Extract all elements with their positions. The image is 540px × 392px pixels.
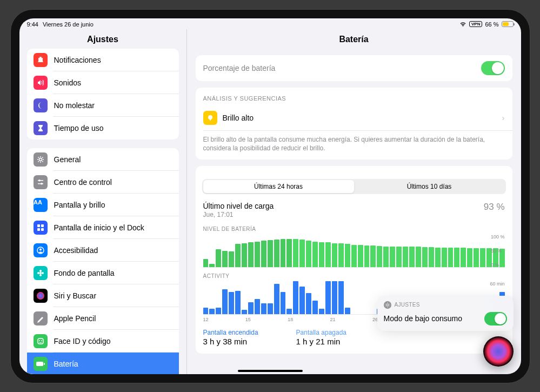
svg-point-15	[39, 274, 42, 276]
screen-on-label: Pantalla encendida	[203, 329, 258, 336]
AA-icon: AA	[34, 198, 48, 212]
sidebar-item-batería[interactable]: Batería	[27, 353, 179, 374]
bell-icon	[34, 53, 48, 67]
person-icon	[34, 243, 48, 257]
high-brightness-row[interactable]: Brillo alto ›	[196, 105, 512, 131]
status-time: 9:44	[27, 21, 38, 28]
flower-icon	[34, 266, 48, 280]
siri-suggestion-card[interactable]: AJUSTES Modo de bajo consumo	[377, 296, 514, 331]
tab-24h[interactable]: Últimas 24 horas	[203, 180, 354, 193]
status-date: Viernes 26 de junio	[43, 21, 94, 28]
wifi-icon	[459, 22, 466, 27]
sidebar-item-face-id-y-código[interactable]: Face ID y código	[27, 330, 179, 353]
sidebar-item-no-molestar[interactable]: No molestar	[27, 94, 179, 117]
sidebar-item-label: Sonidos	[54, 78, 172, 87]
battery-percentage-label: Porcentaje de batería	[203, 64, 476, 72]
svg-rect-8	[41, 224, 44, 227]
sidebar-item-label: Apple Pencil	[54, 314, 172, 323]
svg-point-16	[37, 272, 39, 274]
sidebar-item-siri-y-buscar[interactable]: Siri y Buscar	[27, 284, 179, 307]
svg-point-14	[39, 270, 42, 272]
sidebar-item-pantalla-y-brillo[interactable]: AAPantalla y brillo	[27, 194, 179, 216]
battery-level-chart: 100 % 50 % 0 %	[196, 234, 512, 268]
siri-icon	[34, 289, 48, 303]
moon-icon	[34, 98, 48, 112]
sidebar-item-tiempo-de-uso[interactable]: Tiempo de uso	[27, 117, 179, 139]
screen-off-label: Pantalla apagada	[296, 329, 346, 336]
low-power-mode-toggle[interactable]	[484, 312, 507, 325]
speaker-icon	[34, 76, 48, 90]
svg-point-18	[37, 292, 44, 300]
x-axis-tick: 12	[203, 317, 209, 322]
battery-percentage-toggle[interactable]	[481, 61, 505, 75]
sidebar-item-label: Notificaciones	[54, 56, 172, 64]
screen-on-value: 3 h y 38 min	[203, 337, 258, 346]
chevron-right-icon: ›	[502, 113, 505, 122]
sidebar-item-general[interactable]: General	[27, 148, 179, 171]
sidebar-item-label: Face ID y código	[54, 337, 172, 346]
svg-point-21	[41, 340, 42, 341]
sidebar-item-centro-de-control[interactable]: Centro de control	[27, 171, 179, 194]
svg-point-13	[39, 272, 42, 274]
sidebar-item-fondo-de-pantalla[interactable]: Fondo de pantalla	[27, 262, 179, 284]
face-icon	[34, 334, 48, 348]
svg-point-24	[208, 115, 212, 119]
battery-percentage-row[interactable]: Porcentaje de batería	[196, 55, 512, 81]
low-power-mode-label: Modo de bajo consumo	[384, 314, 463, 323]
sidebar-item-apple-pencil[interactable]: Apple Pencil	[27, 307, 179, 330]
svg-point-20	[39, 340, 40, 341]
gear-icon	[384, 301, 391, 309]
x-axis-tick: 15	[245, 317, 251, 322]
sidebar-item-notificaciones[interactable]: Notificaciones	[27, 49, 179, 71]
time-range-segmented-control[interactable]: Últimas 24 horas Últimos 10 días	[202, 179, 506, 194]
high-brightness-label: Brillo alto	[223, 114, 497, 122]
sidebar-item-label: Accesibilidad	[54, 246, 172, 255]
svg-point-5	[41, 182, 43, 184]
sidebar-item-sonidos[interactable]: Sonidos	[27, 71, 179, 94]
sidebar-item-pantalla-de-inicio-y-el-dock[interactable]: Pantalla de inicio y el Dock	[27, 216, 179, 239]
hourglass-icon	[34, 121, 48, 135]
svg-rect-0	[39, 57, 42, 58]
sidebar-item-label: General	[54, 155, 172, 164]
svg-rect-10	[41, 228, 44, 231]
vpn-badge: VPN	[469, 21, 482, 27]
x-axis-tick: 18	[288, 317, 293, 322]
sliders-icon	[34, 175, 48, 189]
svg-rect-7	[37, 224, 40, 227]
activity-title: ACTIVITY	[196, 268, 512, 281]
grid-icon	[34, 221, 48, 235]
battery-icon	[34, 357, 48, 371]
sidebar-item-label: Pantalla y brillo	[54, 201, 172, 209]
sidebar-item-label: Tiempo de uso	[54, 124, 172, 132]
sidebar-item-label: Siri y Buscar	[54, 291, 172, 300]
svg-text:AA: AA	[34, 199, 42, 205]
sidebar-item-label: No molestar	[54, 101, 172, 110]
sidebar-item-accesibilidad[interactable]: Accesibilidad	[27, 239, 179, 262]
svg-point-4	[38, 179, 41, 181]
bulb-icon	[203, 111, 217, 125]
last-charge-time: Jue, 17:01	[203, 211, 274, 218]
svg-rect-19	[38, 338, 43, 344]
battery-icon	[502, 21, 514, 27]
siri-orb[interactable]	[483, 336, 514, 367]
sidebar-item-label: Pantalla de inicio y el Dock	[54, 223, 172, 232]
last-charge-pct: 93 %	[484, 202, 505, 212]
svg-point-1	[39, 158, 42, 161]
gear-icon	[34, 152, 48, 167]
pencil-icon	[34, 311, 48, 325]
sidebar-item-label: Fondo de pantalla	[54, 269, 172, 277]
status-bar: 9:44 Viernes 26 de junio VPN 66 %	[19, 18, 521, 29]
svg-point-26	[386, 304, 389, 306]
siri-card-header: AJUSTES	[395, 302, 420, 308]
high-brightness-desc: El brillo alto de la pantalla consume mu…	[196, 131, 512, 160]
home-indicator[interactable]	[238, 370, 303, 372]
battery-level-title: NIVEL DE BATERÍA	[196, 221, 512, 234]
svg-rect-9	[37, 228, 40, 231]
x-axis-tick: 21	[330, 317, 336, 322]
svg-point-17	[42, 272, 44, 274]
sidebar-item-label: Centro de control	[54, 178, 172, 187]
tab-10d[interactable]: Últimos 10 días	[354, 180, 505, 193]
last-charge-title: Último nivel de carga	[203, 202, 274, 210]
sidebar-item-label: Batería	[54, 360, 172, 368]
screen-off-value: 1 h y 21 min	[296, 337, 346, 346]
